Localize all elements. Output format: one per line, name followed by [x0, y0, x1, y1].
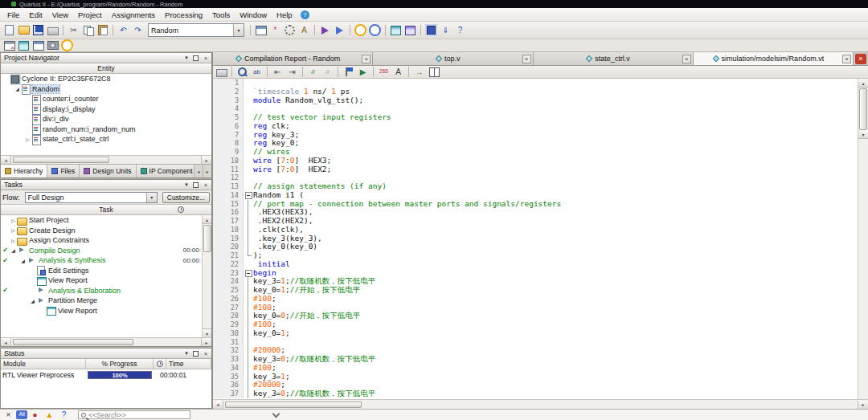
panel-float-icon[interactable]: [193, 55, 199, 61]
device-settings-icon[interactable]: [283, 24, 297, 36]
split-window-icon[interactable]: [427, 66, 440, 78]
scroll-thumb[interactable]: [859, 88, 867, 130]
panel-float-icon[interactable]: [193, 351, 199, 357]
entity-column-header[interactable]: Entity: [1, 63, 211, 74]
programmer-icon[interactable]: [424, 24, 438, 36]
font-icon[interactable]: A: [391, 66, 405, 78]
tree-expander-icon[interactable]: ◢: [14, 86, 21, 92]
state-machine-viewer-icon[interactable]: [31, 39, 45, 51]
task-expander-icon[interactable]: ◢: [29, 298, 36, 304]
netlist-viewer-icon[interactable]: [17, 39, 31, 51]
fold-open-icon[interactable]: [244, 269, 253, 278]
pin-planner-icon[interactable]: *: [268, 24, 282, 36]
column-progress[interactable]: % Progress: [86, 359, 154, 369]
task-row[interactable]: Edit Settings: [1, 266, 202, 276]
panel-dropdown-icon[interactable]: ▾: [182, 349, 190, 357]
scroll-up-icon[interactable]: ▴: [858, 79, 868, 88]
menu-item-tools[interactable]: Tools: [207, 9, 235, 21]
scroll-left-icon[interactable]: ◂: [1, 156, 11, 164]
task-row[interactable]: ▷Assign Constraints: [1, 235, 202, 246]
scroll-right-icon[interactable]: ▸: [858, 401, 868, 409]
editor-hscrollbar[interactable]: ◂ ▸: [213, 399, 868, 409]
editor-tab-compilation-report-random[interactable]: Compilation Report - Random×: [213, 52, 373, 65]
menu-item-window[interactable]: Window: [235, 9, 272, 21]
tab-stops-icon[interactable]: →: [412, 66, 426, 78]
chevron-down-icon[interactable]: ▾: [233, 24, 244, 36]
snapshot-icon[interactable]: [46, 39, 59, 51]
search-input[interactable]: <<Search>>: [78, 410, 190, 419]
task-row[interactable]: ▷Start Project: [1, 215, 202, 226]
column-clock[interactable]: [154, 359, 166, 369]
navigator-tab-hierarchy[interactable]: Hierarchy: [1, 165, 47, 177]
start-compilation-icon[interactable]: [318, 24, 332, 36]
settings-dialog-icon[interactable]: [254, 24, 268, 36]
print-icon[interactable]: [46, 24, 59, 36]
task-row[interactable]: View Report: [1, 275, 202, 286]
navigator-tab-ip-component[interactable]: IP Component: [137, 165, 194, 177]
navigator-tab-design-units[interactable]: Design Units: [80, 165, 136, 177]
panel-float-icon[interactable]: [193, 182, 199, 188]
editor-tab-simulation-modelsim-random-vt[interactable]: simulation/modelsim/Random.vt×: [694, 52, 854, 65]
tree-item[interactable]: random_num:i_random_num: [1, 124, 211, 135]
task-row[interactable]: ▷Create Design: [1, 226, 202, 236]
menu-item-file[interactable]: File: [2, 9, 24, 21]
task-column-header[interactable]: Task: [1, 205, 211, 215]
help-balloon-icon[interactable]: ?: [301, 10, 309, 19]
paste-icon[interactable]: [96, 24, 109, 36]
task-row[interactable]: ✔Analysis & Elaboration: [1, 286, 202, 296]
tab-scroll-left-icon[interactable]: ◂: [194, 165, 203, 177]
menu-item-edit[interactable]: Edit: [24, 9, 47, 21]
task-expander-icon[interactable]: ▷: [10, 227, 17, 233]
expand-messages-chevron[interactable]: [272, 410, 280, 418]
timing-constraints-icon[interactable]: [368, 24, 382, 36]
navigator-tab-files[interactable]: Files: [47, 165, 80, 177]
status-row[interactable]: RTL Viewer Preprocess100%00:00:01: [1, 369, 211, 381]
tab-close-icon[interactable]: ×: [682, 55, 691, 63]
timequest-analyzer-icon[interactable]: [354, 24, 367, 36]
tab-close-icon[interactable]: ×: [362, 55, 371, 63]
menu-item-assignments[interactable]: Assignments: [107, 9, 160, 21]
column-time[interactable]: Time: [166, 359, 211, 369]
scroll-thumb[interactable]: [225, 402, 362, 408]
task-row[interactable]: View Report: [1, 306, 202, 316]
tab-close-icon[interactable]: ×: [842, 55, 851, 63]
code-text[interactable]: .key_0(key_0): [253, 243, 317, 251]
convert-programming-files-icon[interactable]: ⇓: [439, 24, 452, 36]
tree-item[interactable]: counter:i_counter: [1, 94, 211, 104]
close-file-icon[interactable]: ×: [855, 54, 866, 64]
menu-item-view[interactable]: View: [47, 9, 73, 21]
technology-map-viewer-icon[interactable]: [403, 24, 417, 36]
next-bookmark-icon[interactable]: ▶: [356, 66, 370, 78]
scroll-down-icon[interactable]: ▾: [203, 328, 212, 337]
panel-dropdown-icon[interactable]: ▾: [182, 54, 190, 62]
panel-close-icon[interactable]: ×: [202, 181, 210, 189]
project-selector[interactable]: Random ▾: [148, 23, 244, 37]
redo-icon[interactable]: ↷: [131, 24, 145, 36]
code-text[interactable]: module Random_vlg_tst();: [253, 96, 363, 105]
tree-item[interactable]: Cyclone II: EP2C35F672C8: [1, 74, 211, 84]
scroll-thumb[interactable]: [203, 225, 211, 252]
fold-open-icon[interactable]: [244, 191, 253, 200]
code-lines[interactable]: 12`timescale 1 ns/ 1 ps3module Random_vl…: [213, 79, 858, 399]
assignment-editor-icon[interactable]: A: [297, 24, 311, 36]
task-row[interactable]: ◢Partition Merge: [1, 296, 202, 306]
customize-button[interactable]: Customize...: [162, 192, 210, 203]
tree-item[interactable]: display:i_display: [1, 104, 211, 115]
flow-selector[interactable]: Full Design ▾: [25, 192, 158, 203]
cut-icon[interactable]: ✂: [67, 24, 80, 36]
toggle-bookmark-icon[interactable]: [342, 66, 355, 78]
copy-icon[interactable]: [81, 24, 95, 36]
save-icon[interactable]: [31, 24, 45, 36]
open-file-icon[interactable]: [17, 24, 31, 36]
task-expander-icon[interactable]: ▷: [10, 238, 17, 243]
task-row[interactable]: ✔◢Compile Design00:00:: [1, 246, 202, 256]
panel-close-icon[interactable]: ×: [202, 54, 210, 62]
filter-info-icon[interactable]: ?: [57, 409, 71, 420]
rtl-viewer-icon[interactable]: [389, 24, 403, 36]
tab-scroll-right-icon[interactable]: ▸: [203, 165, 211, 177]
panel-close-icon[interactable]: ×: [202, 349, 210, 357]
uncomment-icon[interactable]: //: [321, 66, 334, 78]
comment-icon[interactable]: //: [306, 66, 320, 78]
scroll-thumb[interactable]: [13, 339, 133, 345]
scroll-right-icon[interactable]: ▸: [201, 338, 211, 346]
